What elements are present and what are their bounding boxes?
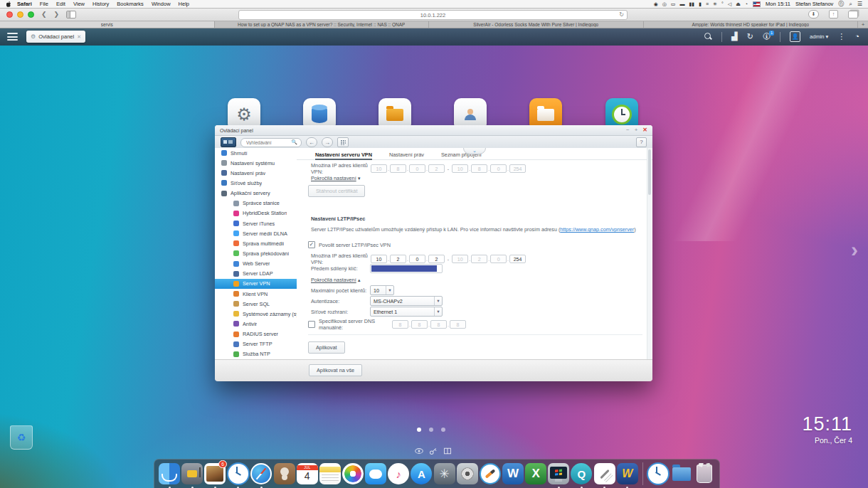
dock-diskutil[interactable] [456,462,478,485]
back-button[interactable]: ← [306,137,317,147]
reload-icon[interactable]: ↻ [619,11,624,18]
temperature-icon[interactable]: ° [721,1,724,6]
widget-blue-icon[interactable]: ▮ [699,1,702,6]
scrollbar-thumb[interactable] [648,149,651,195]
sidebar-item-aplika-n-servery[interactable]: Aplikační servery [215,189,297,198]
dock-calendar[interactable]: JUL4 [296,462,318,485]
sidebar-item-server-ldap[interactable]: Server LDAP [215,269,297,279]
sidebar-item-server-sql[interactable]: Server SQL [215,299,297,309]
notifications-icon[interactable]: 🛈1 [763,33,771,41]
clock-icon[interactable]: ◔ [745,1,748,6]
sidebar-item-server-tftp[interactable]: Server TFTP [215,339,297,349]
user-menu[interactable]: admin ▾ [810,33,828,40]
sidebar-item-nastaven-syst-mu[interactable]: Nastavení systému [215,158,297,168]
close-window-button[interactable] [6,11,13,18]
collapse-panel-button[interactable]: ⌄ [463,148,486,154]
sidebar-item-antivir[interactable]: Antivir [215,319,297,329]
view-all-button[interactable] [337,137,349,147]
gear-icon[interactable]: ✳ [713,1,717,6]
app-circle-1-icon[interactable]: ◉ [654,1,658,6]
vpnserver-link[interactable]: https://www.qnap.com/vpnserver [560,226,634,233]
ip-octet-input[interactable]: 2 [428,255,445,263]
levels-icon[interactable]: ▮▮ [689,1,694,6]
network-interface-select[interactable]: Ethernet 1▼ [370,307,443,317]
netspeed-icon[interactable]: ≡ [706,1,709,6]
tab-nastaven-serveru-vpn[interactable]: Nastavení serveru VPN [315,152,372,159]
zoom-window-button[interactable] [28,11,34,18]
recycle-bin[interactable]: ♻ [10,425,33,450]
next-page-chevron[interactable]: › [851,238,858,262]
ip-octet-input[interactable]: 10 [371,255,387,263]
forward-button[interactable]: → [322,137,333,147]
sidebar-item-server-itunes[interactable]: Server iTunes [215,218,297,228]
openvpn-advanced-link[interactable]: Pokročilá nastavení▼ [311,175,361,181]
background-tasks-icon[interactable]: ▟ [731,33,737,41]
dock-forklift[interactable] [181,462,203,485]
dock-itunes[interactable]: ♪ [388,462,410,485]
sidebar-item-server-m-di-dlna[interactable]: Server médií DLNA [215,228,297,238]
help-button[interactable]: ? [636,137,647,147]
tab-nastaven-pr-v[interactable]: Nastavení práv [389,152,424,159]
sidebar-toggle-button[interactable] [66,11,76,18]
dock-contacts[interactable] [273,462,295,485]
volume-icon[interactable]: ◁ [728,1,731,6]
address-bar[interactable]: 10.0.1.222 ↻ [238,10,628,20]
sidebar-item-server-vpn[interactable]: Server VPN [215,279,297,289]
notification-center-icon[interactable]: ☰ [857,1,862,7]
input-language-flag-icon[interactable] [753,1,761,7]
sidebar-item-shrnut[interactable]: Shrnutí [215,148,297,158]
back-button[interactable]: ❮ [41,11,47,18]
search-input[interactable] [245,139,289,146]
dock-appstore[interactable]: A [411,462,433,485]
display-icon[interactable]: ▭ [671,1,676,6]
apple-menu-icon[interactable] [6,1,11,7]
dock-clock-app[interactable] [227,462,250,485]
main-menu-icon[interactable] [7,33,18,41]
menu-bookmarks[interactable]: Bookmarks [117,1,144,7]
sidebar-item-web-server[interactable]: Web Server [215,259,297,269]
dock-word[interactable]: W [502,462,524,485]
safari-tab-2[interactable]: How to set up a QNAP NAS as a VPN server… [215,21,430,28]
dock-wunderlist[interactable]: W [616,462,638,485]
menu-help[interactable]: Help [179,1,189,7]
sidebar-item-s-ov-slu-by[interactable]: Síťové služby [215,178,297,188]
authentication-select[interactable]: MS-CHAPv2▼ [370,296,443,306]
search-icon[interactable] [704,33,712,41]
sidebar-item-spr-va-p-ek-dov-n[interactable]: Správa překódování [215,248,297,258]
dock-textedit[interactable] [593,462,615,485]
widget-dark-icon[interactable]: ▬ [679,1,684,6]
dns-manual-checkbox[interactable] [308,321,315,328]
enable-l2tp-checkbox[interactable] [308,241,315,248]
sidebar-item-spr-va-multim-di[interactable]: Správa multimédií [215,238,297,248]
page-dot-2[interactable] [429,428,433,432]
dock-finder[interactable] [159,462,181,485]
app-circle-2-icon[interactable]: ◎ [662,1,667,6]
safari-tab-3[interactable]: SilverAir - Odorless Socks Made With Pur… [429,21,644,28]
dock-photos-library[interactable]: 6 [204,462,226,485]
dock-clock-app-2[interactable] [647,462,669,485]
apply-all-button[interactable]: Aplikovat na vše [309,364,362,376]
panel-columns-icon[interactable] [443,447,452,455]
forward-button[interactable]: ❯ [54,11,60,18]
maximize-icon[interactable]: + [635,127,638,133]
dock-quicktime[interactable]: Q [571,462,593,485]
open-app-tab[interactable]: ⚙ Ovládací panel ✕ [26,31,85,43]
dock-techtool[interactable] [479,462,501,485]
max-clients-select[interactable]: 10▼ [370,285,394,295]
menu-bar-clock[interactable]: Mon 15:11 [766,1,790,7]
ip-octet-input[interactable]: 0 [409,255,425,263]
vertical-scrollbar[interactable] [647,148,652,359]
sidebar-item-slu-ba-ntp[interactable]: Služba NTP [215,349,297,359]
dock-downloads[interactable] [670,462,692,485]
ip-octet-input[interactable]: 254 [509,255,526,263]
search-field[interactable]: 🔍 [240,138,302,147]
dock-trash[interactable] [693,462,715,485]
share-button[interactable]: ↑ [829,10,838,18]
dock-winvm[interactable] [548,462,570,485]
l2tp-advanced-link[interactable]: Pokročilá nastavení▲ [311,277,361,283]
page-dot-3[interactable] [441,428,445,432]
external-device-icon[interactable]: ↻ [747,33,753,41]
dashboard-icon[interactable]: ◔ [854,33,859,41]
sidebar-item-hybriddesk-station[interactable]: HybridDesk Station [215,208,297,218]
dock-excel[interactable]: X [525,462,547,485]
